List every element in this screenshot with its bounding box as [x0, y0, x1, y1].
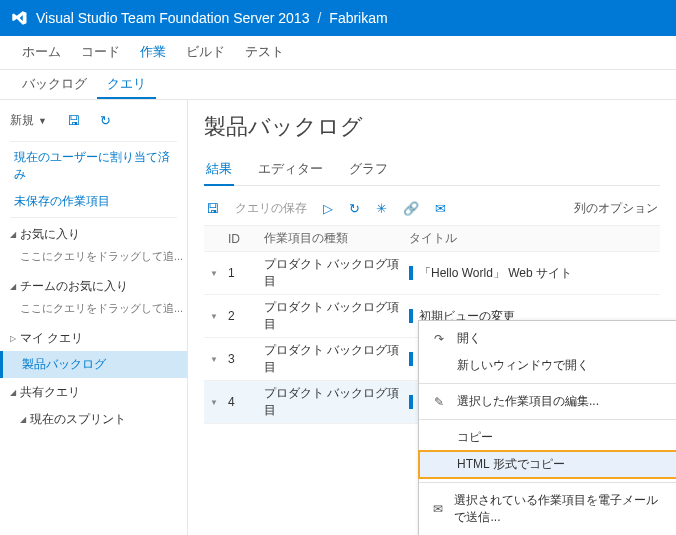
team-favorites-header[interactable]: ◢チームのお気に入り [0, 272, 187, 299]
menu-separator [419, 419, 676, 420]
column-options[interactable]: 列のオプション [574, 200, 658, 217]
cell-type: プロダクト バックログ項目 [264, 385, 409, 419]
subnav-queries[interactable]: クエリ [97, 69, 156, 99]
ctx-open[interactable]: ↷開く [419, 325, 676, 352]
status-bar-icon [409, 309, 413, 323]
refresh-icon[interactable]: ↻ [349, 201, 360, 216]
favorites-header[interactable]: ◢お気に入り [0, 220, 187, 247]
ctx-copy[interactable]: コピー [419, 424, 676, 451]
tab-editor[interactable]: エディター [256, 154, 325, 185]
team-favorites-hint: ここにクエリをドラッグして追... [0, 299, 187, 324]
save-icon[interactable]: 🖫 [67, 113, 80, 128]
refresh-icon[interactable]: ↻ [100, 113, 111, 128]
toolbar: 🖫 クエリの保存 ▷ ↻ ✳ 🔗 ✉ 列のオプション [204, 192, 660, 226]
sidebar: 新規 ▼ 🖫 ↻ 現在のユーザーに割り当て済み 未保存の作業項目 ◢お気に入り … [0, 100, 188, 535]
save-query-label[interactable]: クエリの保存 [235, 200, 307, 217]
link-unsaved-items[interactable]: 未保存の作業項目 [0, 188, 187, 215]
nav-work[interactable]: 作業 [130, 35, 176, 69]
ctx-copy-html[interactable]: HTML 形式でコピー [419, 451, 676, 478]
collapse-icon: ◢ [10, 282, 16, 291]
ctx-edit-selected[interactable]: ✎選択した作業項目の編集... [419, 388, 676, 415]
main-nav: ホーム コード 作業 ビルド テスト [0, 36, 676, 70]
table-row[interactable]: ▼1プロダクト バックログ項目「Hello World」 Web サイト [204, 252, 660, 295]
status-bar-icon [409, 395, 413, 409]
email-icon[interactable]: ✉ [435, 201, 446, 216]
breadcrumb-separator: / [317, 10, 321, 26]
edit-icon: ✎ [431, 395, 447, 409]
menu-separator [419, 383, 676, 384]
product-name: Visual Studio Team Foundation Server 201… [36, 10, 309, 26]
col-type[interactable]: 作業項目の種類 [264, 230, 409, 247]
save-query-icon[interactable]: 🖫 [206, 201, 219, 216]
collapse-icon: ◢ [20, 415, 26, 424]
col-id[interactable]: ID [224, 232, 264, 246]
collapse-icon: ◢ [10, 230, 16, 239]
ctx-email-selected[interactable]: ✉選択されている作業項目を電子メールで送信... [419, 487, 676, 531]
tab-graph[interactable]: グラフ [347, 154, 390, 185]
new-item-icon[interactable]: ✳ [376, 201, 387, 216]
project-name[interactable]: Fabrikam [329, 10, 387, 26]
grid-header: ID 作業項目の種類 タイトル [204, 226, 660, 252]
expand-icon[interactable]: ▼ [204, 312, 224, 321]
email-icon: ✉ [431, 502, 444, 516]
my-queries-header[interactable]: ▷マイ クエリ [0, 324, 187, 351]
open-icon: ↷ [431, 332, 447, 346]
context-menu: ↷開く 新しいウィンドウで開く ✎選択した作業項目の編集... コピー HTML… [418, 320, 676, 535]
collapse-icon: ◢ [10, 388, 16, 397]
run-icon[interactable]: ▷ [323, 201, 333, 216]
sub-nav: バックログ クエリ [0, 70, 676, 100]
tab-results[interactable]: 結果 [204, 154, 234, 186]
link-icon[interactable]: 🔗 [403, 201, 419, 216]
current-sprint-header[interactable]: ◢現在のスプリント [10, 405, 187, 432]
cell-id: 3 [224, 352, 264, 366]
status-bar-icon [409, 352, 413, 366]
expand-icon[interactable]: ▼ [204, 269, 224, 278]
page-title: 製品バックログ [204, 112, 660, 142]
ctx-open-new-window[interactable]: 新しいウィンドウで開く [419, 352, 676, 379]
cell-title: 「Hello World」 Web サイト [409, 265, 660, 282]
subnav-backlog[interactable]: バックログ [12, 69, 97, 99]
sidebar-item-product-backlog[interactable]: 製品バックログ [0, 351, 187, 378]
nav-test[interactable]: テスト [235, 35, 294, 69]
expand-icon[interactable]: ▼ [204, 398, 224, 407]
link-assigned-to-me[interactable]: 現在のユーザーに割り当て済み [0, 144, 187, 188]
shared-queries-header[interactable]: ◢共有クエリ [0, 378, 187, 405]
vs-logo-icon [10, 9, 28, 27]
status-bar-icon [409, 266, 413, 280]
expand-icon: ▷ [10, 334, 16, 343]
cell-type: プロダクト バックログ項目 [264, 256, 409, 290]
nav-code[interactable]: コード [71, 35, 130, 69]
dropdown-icon: ▼ [38, 116, 47, 126]
main-area: 製品バックログ 結果 エディター グラフ 🖫 クエリの保存 ▷ ↻ ✳ 🔗 ✉ … [188, 100, 676, 535]
new-button[interactable]: 新規 ▼ [10, 112, 47, 129]
cell-id: 2 [224, 309, 264, 323]
col-title[interactable]: タイトル [409, 230, 660, 247]
expand-icon[interactable]: ▼ [204, 355, 224, 364]
view-tabs: 結果 エディター グラフ [204, 154, 660, 186]
favorites-hint: ここにクエリをドラッグして追... [0, 247, 187, 272]
cell-type: プロダクト バックログ項目 [264, 299, 409, 333]
cell-id: 1 [224, 266, 264, 280]
cell-type: プロダクト バックログ項目 [264, 342, 409, 376]
menu-separator [419, 482, 676, 483]
nav-home[interactable]: ホーム [12, 35, 71, 69]
new-label: 新規 [10, 112, 34, 129]
nav-build[interactable]: ビルド [176, 35, 235, 69]
app-header: Visual Studio Team Foundation Server 201… [0, 0, 676, 36]
cell-id: 4 [224, 395, 264, 409]
